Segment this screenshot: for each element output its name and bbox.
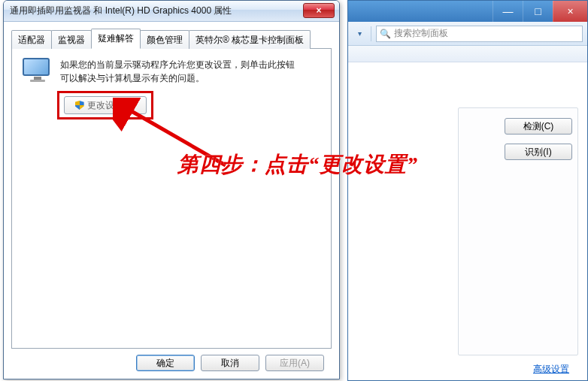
search-placeholder: 搜索控制面板: [394, 27, 448, 40]
cancel-button[interactable]: 取消: [201, 355, 259, 371]
change-settings-label: 更改设置(C): [87, 99, 136, 112]
tab-pane-troubleshoot: 如果您的当前显示驱动程序允许您更改设置，则单击此按钮 可以解决与计算机显示有关的…: [11, 49, 332, 349]
bg-close-button[interactable]: ×: [553, 1, 587, 22]
info-row: 如果您的当前显示驱动程序允许您更改设置，则单击此按钮 可以解决与计算机显示有关的…: [23, 58, 320, 85]
toolbar-divider: [371, 26, 371, 41]
dialog-titlebar: 通用即插即用监视器 和 Intel(R) HD Graphics 4000 属性…: [4, 1, 339, 22]
tab-intel-graphics[interactable]: 英特尔® 核芯显卡控制面板: [189, 30, 311, 49]
monitor-icon: [23, 58, 53, 83]
info-line-1: 如果您的当前显示驱动程序允许您更改设置，则单击此按钮: [60, 58, 295, 71]
highlight-box: 更改设置(C): [57, 91, 153, 119]
bg-titlebar: — □ ×: [348, 1, 587, 22]
dialog-body: 适配器 监视器 疑难解答 颜色管理 英特尔® 核芯显卡控制面板 如果您的当前显示…: [4, 22, 339, 379]
background-window: — □ × ▾ 🔍 搜索控制面板 检测(C) 识别(I) 高级设置: [347, 0, 588, 381]
bg-maximize-button[interactable]: □: [523, 1, 553, 22]
info-line-2: 可以解决与计算机显示有关的问题。: [60, 71, 295, 85]
change-settings-button[interactable]: 更改设置(C): [64, 96, 147, 114]
search-input[interactable]: 🔍 搜索控制面板: [376, 26, 583, 42]
tab-monitor[interactable]: 监视器: [51, 30, 92, 49]
detect-button[interactable]: 检测(C): [505, 118, 572, 135]
tab-adapter[interactable]: 适配器: [11, 30, 52, 49]
nav-dropdown-icon[interactable]: ▾: [353, 27, 366, 41]
uac-shield-icon: [75, 101, 84, 110]
apply-button[interactable]: 应用(A): [265, 355, 324, 371]
advanced-settings-link[interactable]: 高级设置: [533, 363, 569, 376]
identify-button[interactable]: 识别(I): [505, 144, 572, 160]
dialog-footer: 确定 取消 应用(A): [11, 349, 332, 379]
tab-strip: 适配器 监视器 疑难解答 颜色管理 英特尔® 核芯显卡控制面板: [11, 28, 332, 49]
tab-color-management[interactable]: 颜色管理: [140, 30, 189, 49]
bg-body: 检测(C) 识别(I) 高级设置: [348, 62, 587, 380]
properties-dialog: 通用即插即用监视器 和 Intel(R) HD Graphics 4000 属性…: [3, 0, 340, 379]
dialog-close-button[interactable]: ×: [303, 3, 335, 18]
ok-button[interactable]: 确定: [136, 355, 195, 371]
annotation-text: 第四步：点击“更改设置”: [177, 150, 418, 179]
bg-menubar: [348, 46, 587, 62]
tab-troubleshoot[interactable]: 疑难解答: [91, 29, 141, 49]
info-text: 如果您的当前显示驱动程序允许您更改设置，则单击此按钮 可以解决与计算机显示有关的…: [60, 58, 295, 85]
bg-minimize-button[interactable]: —: [493, 1, 523, 22]
dialog-title-text: 通用即插即用监视器 和 Intel(R) HD Graphics 4000 属性: [10, 5, 232, 17]
search-icon: 🔍: [380, 29, 391, 39]
bg-toolbar: ▾ 🔍 搜索控制面板: [348, 22, 587, 46]
